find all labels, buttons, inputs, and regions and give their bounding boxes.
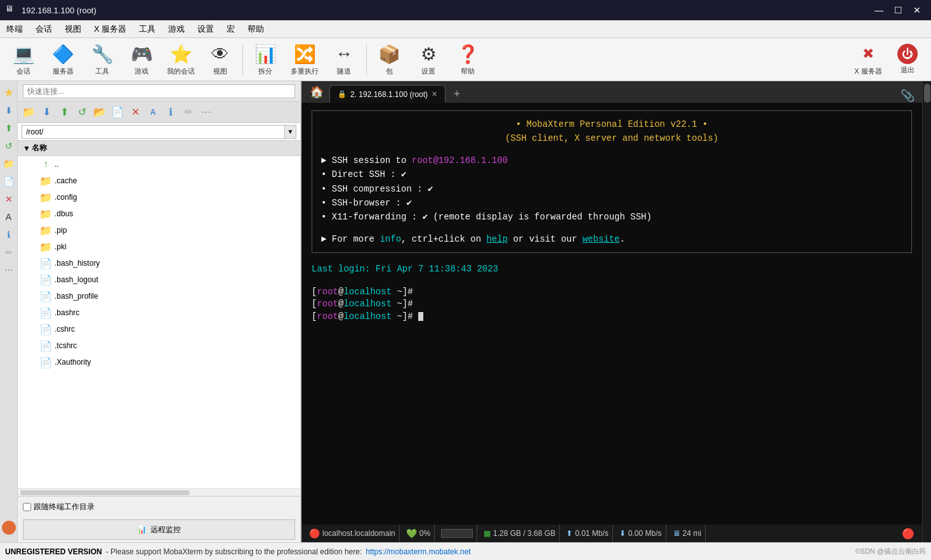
tree-item-bash-history[interactable]: 📄 .bash_history	[18, 255, 300, 271]
menu-terminal[interactable]: 终端	[0, 21, 29, 37]
menu-help[interactable]: 帮助	[241, 21, 270, 37]
file-tb-btn-newfolder[interactable]: 📂	[91, 104, 108, 120]
tree-label-bash-history: .bash_history	[55, 259, 100, 268]
toolbar-multiexec-btn[interactable]: 🔀 多重执行	[286, 41, 323, 78]
tree-icon-cache: 📁	[39, 174, 52, 187]
tree-icon-config: 📁	[39, 191, 52, 204]
ssh-compression-line: • SSH compression : ✔	[321, 182, 902, 196]
tree-icon-bash-profile: 📄	[39, 290, 52, 303]
tree-item-bash-logout[interactable]: 📄 .bash_logout	[18, 271, 300, 288]
toolbar-help-btn[interactable]: ❓ 帮助	[449, 41, 486, 78]
path-input[interactable]	[22, 125, 285, 139]
sidebar-refresh-icon[interactable]: ↺	[1, 138, 17, 153]
menu-macros[interactable]: 宏	[220, 21, 241, 37]
menu-xserver[interactable]: X 服务器	[88, 21, 133, 37]
tab-add-button[interactable]: +	[448, 85, 466, 103]
menu-session[interactable]: 会话	[29, 21, 58, 37]
direct-ssh-line: • Direct SSH : ✔	[321, 167, 902, 181]
close-button[interactable]: ✕	[908, 3, 926, 17]
toolbar-games-btn[interactable]: 🎮 游戏	[123, 41, 160, 78]
file-tree[interactable]: ▼ 名称 ↑ .. 📁 .cache	[18, 141, 300, 488]
file-tb-btn-delete[interactable]: ✕	[127, 104, 143, 120]
toolbar-multiexec-label: 多重执行	[291, 67, 319, 76]
file-tb-btn-up[interactable]: ⬆	[56, 104, 72, 120]
status-upload-segment: ⬆ 0.01 Mb/s	[562, 524, 613, 542]
toolbar-sessions-btn[interactable]: 💻 会话	[5, 41, 42, 78]
ssh-browser-line: • SSH-browser : ✔	[321, 196, 902, 210]
sidebar-dots-icon[interactable]: ⋯	[1, 263, 17, 278]
toolbar-split-btn[interactable]: 📊 拆分	[247, 41, 284, 78]
info-link2[interactable]: help	[486, 234, 508, 244]
sidebar-star-icon[interactable]: ★	[1, 85, 17, 100]
menu-tools[interactable]: 工具	[133, 21, 162, 37]
sidebar-delete-icon[interactable]: ✕	[1, 192, 17, 207]
follow-terminal-label[interactable]: 跟随终端工作目录	[23, 502, 95, 512]
app-icon: 🖥	[5, 4, 18, 16]
toolbar-servers-btn[interactable]: 🔷 服务器	[44, 41, 81, 78]
tree-item-tcshrc[interactable]: 📄 .tcshrc	[18, 337, 300, 354]
cursor	[418, 312, 423, 321]
file-tb-btn-newfile[interactable]: 📄	[109, 104, 126, 120]
sidebar-edit-icon[interactable]: ✏	[1, 245, 17, 260]
tree-item-bash-profile[interactable]: 📄 .bash_profile	[18, 288, 300, 304]
toolbar-packages-label: 包	[386, 67, 393, 76]
terminal-scrollbar[interactable]	[922, 81, 931, 542]
toolbar-xserver-btn[interactable]: ✖ X 服务器	[850, 41, 887, 78]
tab-close-button[interactable]: ✕	[432, 90, 437, 98]
sidebar-upload-icon[interactable]: ⬆	[1, 120, 17, 136]
sidebar-newfile-icon[interactable]: 📄	[1, 174, 17, 189]
tree-item-parent[interactable]: ↑ ..	[18, 156, 300, 173]
tree-item-xauthority[interactable]: 📄 .Xauthority	[18, 354, 300, 370]
minimize-button[interactable]: —	[870, 3, 888, 17]
sidebar-rename-icon[interactable]: A	[1, 209, 17, 225]
menu-view[interactable]: 视图	[58, 21, 88, 37]
tree-item-cshrc[interactable]: 📄 .cshrc	[18, 321, 300, 337]
file-tb-btn-edit[interactable]: ✏	[180, 104, 197, 120]
file-tb-btn-more[interactable]: ⋯	[198, 104, 215, 120]
toolbar-exit-btn[interactable]: ⏻ 退出	[889, 41, 926, 78]
remote-monitor-button[interactable]: 📊 远程监控	[23, 519, 295, 540]
toolbar-packages-btn[interactable]: 📦 包	[371, 41, 407, 78]
welcome-text-1: • MobaXterm Personal Edition v22.1 •	[516, 119, 708, 129]
terminal-area[interactable]: • MobaXterm Personal Edition v22.1 • (SS…	[301, 103, 922, 524]
sidebar-folder-icon[interactable]: 📁	[1, 156, 17, 171]
tree-icon-dbus: 📁	[39, 207, 52, 220]
file-tb-btn-refresh[interactable]: ↺	[74, 104, 90, 120]
direct-ssh-text: • Direct SSH : ✔	[321, 169, 406, 179]
toolbar-view-btn[interactable]: 👁 视图	[202, 41, 239, 78]
status-close-icon[interactable]: 🔴	[902, 528, 914, 540]
toolbar-tools-btn[interactable]: 🔧 工具	[84, 41, 121, 78]
file-tb-btn-upload[interactable]: 📁	[20, 104, 37, 120]
sidebar-download-icon[interactable]: ⬇	[1, 103, 17, 118]
tree-item-config[interactable]: 📁 .config	[18, 189, 300, 205]
tree-item-pki[interactable]: 📁 .pki	[18, 238, 300, 255]
menu-settings[interactable]: 设置	[191, 21, 220, 37]
tree-item-cache[interactable]: 📁 .cache	[18, 173, 300, 189]
mobatek-link[interactable]: https://mobaxterm.mobatek.net	[366, 547, 470, 556]
follow-terminal-checkbox[interactable]	[23, 503, 31, 511]
toolbar-tunnel-btn[interactable]: ↔ 隧道	[326, 41, 362, 78]
tree-item-bashrc[interactable]: 📄 .bashrc	[18, 304, 300, 321]
quick-connect-input[interactable]	[23, 84, 295, 98]
sidebar-info-icon[interactable]: ℹ	[1, 227, 17, 242]
maximize-button[interactable]: ☐	[889, 3, 907, 17]
sidebar-bottom-icon[interactable]	[2, 521, 16, 535]
menu-games[interactable]: 游戏	[162, 21, 191, 37]
file-tb-btn-download[interactable]: ⬇	[38, 104, 55, 120]
path-dropdown[interactable]: ▼	[285, 125, 296, 139]
file-tb-btn-rename[interactable]: A	[145, 104, 161, 120]
info-link3[interactable]: website	[583, 234, 620, 244]
file-tb-btn-info[interactable]: ℹ	[162, 104, 179, 120]
toolbar-tunnel-label: 隧道	[337, 67, 351, 76]
tree-item-dbus[interactable]: 📁 .dbus	[18, 205, 300, 222]
toolbar-settings-btn[interactable]: ⚙ 设置	[410, 41, 447, 78]
status-upload: 0.01 Mb/s	[575, 529, 609, 538]
toolbar-xserver-label: X 服务器	[854, 67, 881, 76]
tab-home-button[interactable]: 🏠	[304, 81, 329, 103]
toolbar-mysessions-btn[interactable]: ⭐ 我的会话	[162, 41, 199, 78]
tree-item-pip[interactable]: 📁 .pip	[18, 222, 300, 238]
h-scrollbar[interactable]	[18, 488, 300, 496]
info-link1[interactable]: info	[380, 234, 401, 244]
tab-ssh-session[interactable]: 🔒 2. 192.168.1.100 (root) ✕	[329, 85, 446, 103]
toolbar-split-label: 拆分	[258, 67, 272, 76]
